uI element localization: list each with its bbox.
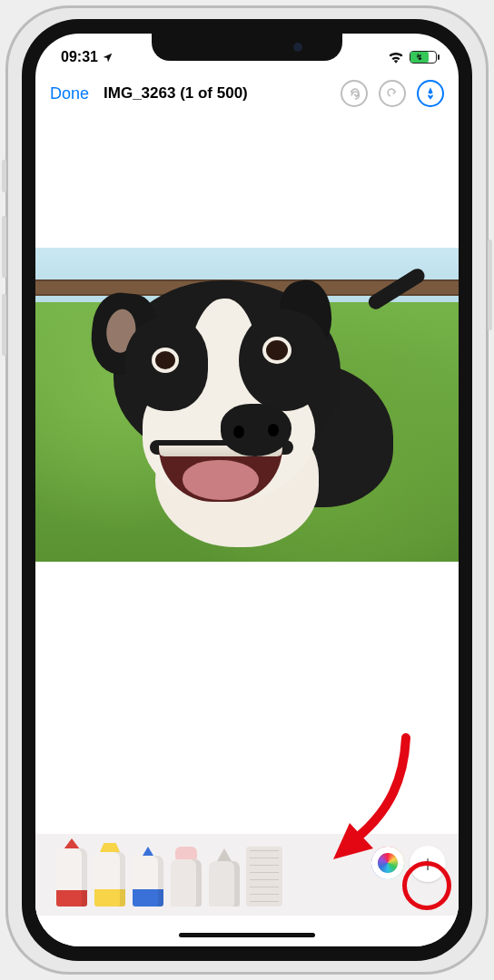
battery-icon: ↯	[410, 51, 437, 64]
highlighter-tool[interactable]	[94, 843, 126, 906]
color-picker-button[interactable]	[371, 847, 404, 879]
add-button[interactable]: +	[410, 846, 446, 882]
side-button	[488, 240, 492, 330]
status-left: 09:31	[61, 49, 114, 65]
charging-icon: ↯	[416, 54, 423, 62]
plus-icon: +	[420, 852, 434, 876]
status-right: ↯	[388, 51, 437, 64]
lasso-tool[interactable]	[208, 848, 241, 906]
markup-toolbar-wrap: +	[35, 828, 459, 946]
status-time: 09:31	[61, 49, 98, 65]
notch	[152, 34, 342, 61]
nav-bar: Done IMG_3263 (1 of 500)	[35, 74, 459, 113]
done-button[interactable]: Done	[50, 84, 89, 103]
nav-title: IMG_3263 (1 of 500)	[104, 84, 248, 103]
pencil-tool[interactable]	[132, 847, 164, 906]
photo-preview[interactable]	[35, 248, 459, 562]
undo-button[interactable]	[341, 80, 368, 107]
pen-tool[interactable]	[55, 838, 88, 906]
eraser-tool[interactable]	[170, 847, 203, 906]
wifi-icon	[388, 51, 404, 64]
phone-frame: 09:31 ↯ Done IMG_3263 (1 of 500	[5, 5, 489, 975]
silent-switch	[2, 160, 6, 192]
ruler-tool[interactable]	[246, 847, 282, 906]
canvas-area[interactable]: +	[35, 113, 459, 946]
screen: 09:31 ↯ Done IMG_3263 (1 of 500	[35, 34, 459, 946]
markup-pen-button[interactable]	[417, 80, 444, 107]
volume-up-button	[2, 216, 6, 278]
photo-subject-dog	[75, 275, 420, 556]
markup-toolbar: +	[35, 834, 459, 916]
location-icon	[102, 52, 114, 64]
volume-down-button	[2, 294, 6, 356]
phone-bezel: 09:31 ↯ Done IMG_3263 (1 of 500	[22, 19, 472, 961]
home-indicator[interactable]	[179, 933, 315, 937]
redo-button[interactable]	[379, 80, 406, 107]
